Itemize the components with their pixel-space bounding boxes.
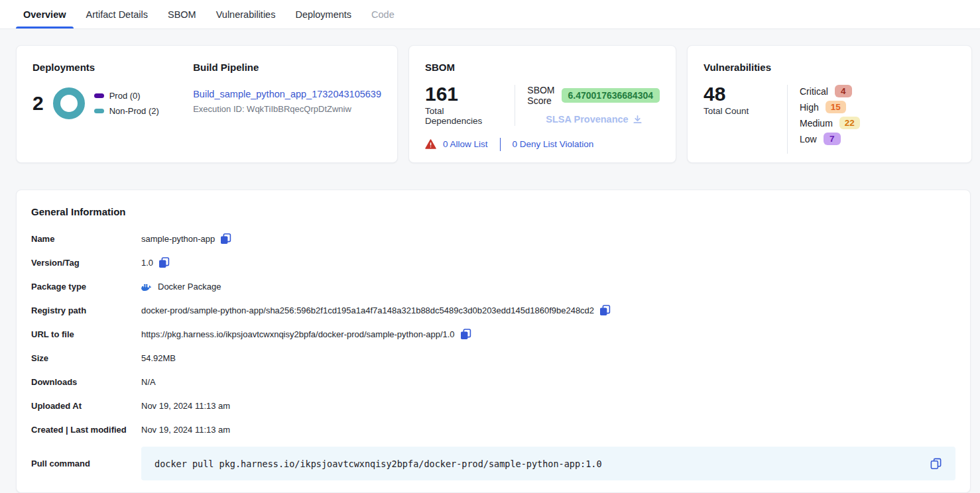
vulnerabilities-total-block: 48 Total Count bbox=[704, 83, 775, 154]
sbom-score-label: SBOM Score bbox=[527, 85, 554, 106]
deployments-card-title: Deployments bbox=[32, 62, 178, 73]
info-row-created-modified: Created | Last modified Nov 19, 2024 11:… bbox=[31, 423, 955, 437]
severity-count-badge: 7 bbox=[824, 133, 841, 145]
info-row-downloads: Downloads N/A bbox=[31, 375, 955, 389]
legend-color-pill bbox=[94, 93, 104, 98]
copy-registry-path-button[interactable] bbox=[599, 305, 611, 316]
severity-label: Critical bbox=[800, 86, 828, 97]
vulnerabilities-card-title: Vulnerabilities bbox=[704, 62, 955, 73]
created-modified-label: Created | Last modified bbox=[31, 425, 141, 435]
overview-content: Deployments 2 Prod (0)Non-Prod (2) Build… bbox=[0, 29, 980, 493]
vulnerabilities-total-label: Total Count bbox=[704, 106, 775, 116]
info-row-package-type: Package type Docker Package bbox=[31, 280, 955, 294]
severity-count-badge: 22 bbox=[839, 117, 860, 129]
deployments-donut-chart bbox=[53, 87, 85, 119]
copy-pull-command-button[interactable] bbox=[930, 457, 942, 470]
severity-label: Medium bbox=[800, 118, 833, 129]
copy-version-button[interactable] bbox=[158, 257, 170, 268]
vulnerabilities-card: Vulnerabilities 48 Total Count Critical4… bbox=[687, 45, 972, 163]
severity-label: Low bbox=[800, 134, 817, 144]
severity-row: High15 bbox=[800, 101, 860, 113]
severity-count-badge: 15 bbox=[826, 101, 846, 113]
copy-url-button[interactable] bbox=[460, 329, 471, 340]
sbom-vertical-divider bbox=[515, 85, 515, 126]
uploaded-at-label: Uploaded At bbox=[31, 401, 141, 411]
slsa-provenance-label: SLSA Provenance bbox=[546, 114, 628, 125]
severity-label: High bbox=[800, 102, 819, 113]
sbom-total-count: 161 bbox=[425, 83, 503, 105]
pull-command-label: Pull command bbox=[31, 459, 141, 468]
severity-row: Medium22 bbox=[800, 117, 860, 129]
tab-artifact-details[interactable]: Artifact Details bbox=[84, 0, 150, 28]
registry-path-label: Registry path bbox=[31, 305, 141, 315]
docker-whale-icon bbox=[141, 282, 153, 292]
downloads-value: N/A bbox=[141, 377, 156, 387]
deployments-total-count: 2 bbox=[32, 93, 44, 114]
build-pipeline-column: Build Pipeline Build_sample_python_app_1… bbox=[178, 62, 381, 146]
deployments-legend: Prod (0)Non-Prod (2) bbox=[94, 91, 159, 116]
sbom-links-divider bbox=[500, 138, 501, 151]
deployments-card: Deployments 2 Prod (0)Non-Prod (2) Build… bbox=[16, 45, 398, 163]
slsa-provenance-link[interactable]: SLSA Provenance bbox=[546, 114, 660, 125]
allow-list-link[interactable]: 0 Allow List bbox=[443, 139, 488, 149]
sbom-score-block: SBOM Score 6.470017636684304 SLSA Proven… bbox=[527, 83, 660, 126]
sbom-total-block: 161 Total Dependencies bbox=[425, 83, 503, 126]
tab-vulnerabilities[interactable]: Vulnerabilities bbox=[214, 0, 278, 28]
legend-label: Prod (0) bbox=[109, 91, 141, 101]
tab-sbom[interactable]: SBOM bbox=[166, 0, 198, 28]
info-row-version: Version/Tag 1.0 bbox=[31, 256, 955, 270]
url-label: URL to file bbox=[31, 329, 141, 339]
info-row-url: URL to file https://pkg.harness.io/ikpsj… bbox=[31, 327, 955, 341]
general-information-title: General Information bbox=[31, 206, 955, 217]
registry-path-value: docker-prod/sample-python-app/sha256:596… bbox=[141, 305, 594, 315]
pull-command-box: docker pull pkg.harness.io/ikpsjoavtcwxn… bbox=[141, 447, 955, 480]
name-label: Name bbox=[31, 234, 141, 244]
legend-item: Prod (0) bbox=[94, 91, 159, 101]
legend-item: Non-Prod (2) bbox=[94, 106, 159, 116]
version-label: Version/Tag bbox=[31, 258, 141, 268]
url-value: https://pkg.harness.io/ikpsjoavtcwxnqisy… bbox=[141, 329, 455, 339]
severity-count-badge: 4 bbox=[835, 85, 852, 97]
pull-command-text: docker pull pkg.harness.io/ikpsjoavtcwxn… bbox=[154, 459, 602, 469]
vulnerabilities-vertical-divider bbox=[787, 85, 788, 154]
build-pipeline-title: Build Pipeline bbox=[193, 62, 381, 73]
severity-row: Critical4 bbox=[800, 85, 860, 97]
tab-deployments[interactable]: Deployments bbox=[293, 0, 353, 28]
copy-name-button[interactable] bbox=[220, 233, 231, 245]
summary-cards-row: Deployments 2 Prod (0)Non-Prod (2) Build… bbox=[16, 45, 972, 163]
build-pipeline-link[interactable]: Build_sample_python_app_1732043105639 bbox=[193, 89, 381, 99]
tab-overview[interactable]: Overview bbox=[21, 0, 68, 28]
size-value: 54.92MB bbox=[141, 353, 176, 363]
info-row-uploaded-at: Uploaded At Nov 19, 2024 11:13 am bbox=[31, 399, 955, 413]
legend-label: Non-Prod (2) bbox=[109, 106, 159, 116]
sbom-score-badge: 6.470017636684304 bbox=[562, 88, 660, 103]
size-label: Size bbox=[31, 353, 141, 363]
execution-id-text: Execution ID: WqkTiIbBRqecQrpDtZwniw bbox=[193, 104, 381, 114]
package-type-label: Package type bbox=[31, 282, 141, 292]
version-value: 1.0 bbox=[141, 258, 153, 268]
sbom-card: SBOM 161 Total Dependencies SBOM Score 6… bbox=[408, 45, 676, 163]
info-row-registry-path: Registry path docker-prod/sample-python-… bbox=[31, 303, 955, 317]
package-type-value: Docker Package bbox=[158, 282, 221, 292]
vulnerabilities-total-count: 48 bbox=[704, 83, 775, 105]
created-modified-value: Nov 19, 2024 11:13 am bbox=[141, 425, 230, 435]
name-value: sample-python-app bbox=[141, 234, 215, 244]
uploaded-at-value: Nov 19, 2024 11:13 am bbox=[141, 401, 230, 411]
artifact-tab-bar: Overview Artifact Details SBOM Vulnerabi… bbox=[0, 0, 980, 29]
severity-list: Critical4High15Medium22Low7 bbox=[800, 83, 860, 154]
info-row-size: Size 54.92MB bbox=[31, 351, 955, 365]
downloads-label: Downloads bbox=[31, 377, 141, 387]
deployments-column: Deployments 2 Prod (0)Non-Prod (2) bbox=[32, 62, 178, 146]
tab-code: Code bbox=[369, 0, 397, 28]
info-row-name: Name sample-python-app bbox=[31, 232, 955, 246]
info-row-pull-command: Pull command docker pull pkg.harness.io/… bbox=[31, 447, 955, 480]
deny-list-link[interactable]: 0 Deny List Violation bbox=[513, 139, 594, 149]
sbom-total-label: Total Dependencies bbox=[425, 106, 503, 126]
download-icon bbox=[633, 115, 643, 125]
sbom-card-title: SBOM bbox=[425, 62, 660, 73]
severity-row: Low7 bbox=[800, 133, 860, 145]
general-information-card: General Information Name sample-python-a… bbox=[16, 190, 971, 493]
warning-icon bbox=[425, 139, 436, 149]
legend-color-pill bbox=[94, 109, 104, 113]
